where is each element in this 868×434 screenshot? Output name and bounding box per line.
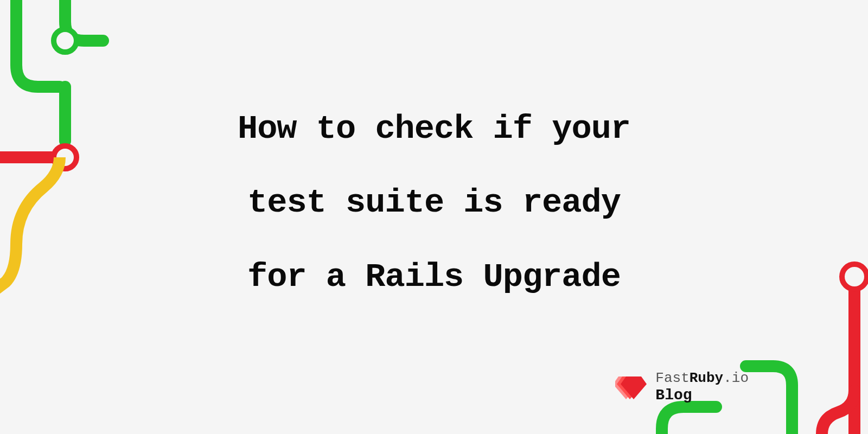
title-line-2: test suite is ready	[0, 166, 868, 240]
logo-suffix: .io	[723, 370, 749, 386]
title-line-1: How to check if your	[0, 92, 868, 166]
logo-brand-line: FastRuby.io	[655, 371, 749, 387]
banner-canvas: How to check if your test suite is ready…	[0, 0, 868, 434]
logo: FastRuby.io Blog	[615, 371, 749, 404]
ruby-icon	[615, 372, 648, 402]
logo-prefix: Fast	[655, 370, 689, 386]
svg-point-0	[54, 29, 76, 52]
title-line-3: for a Rails Upgrade	[0, 240, 868, 314]
logo-text: FastRuby.io Blog	[655, 371, 749, 404]
logo-subtitle: Blog	[655, 387, 749, 404]
page-title: How to check if your test suite is ready…	[0, 92, 868, 314]
logo-mid: Ruby	[690, 370, 723, 386]
